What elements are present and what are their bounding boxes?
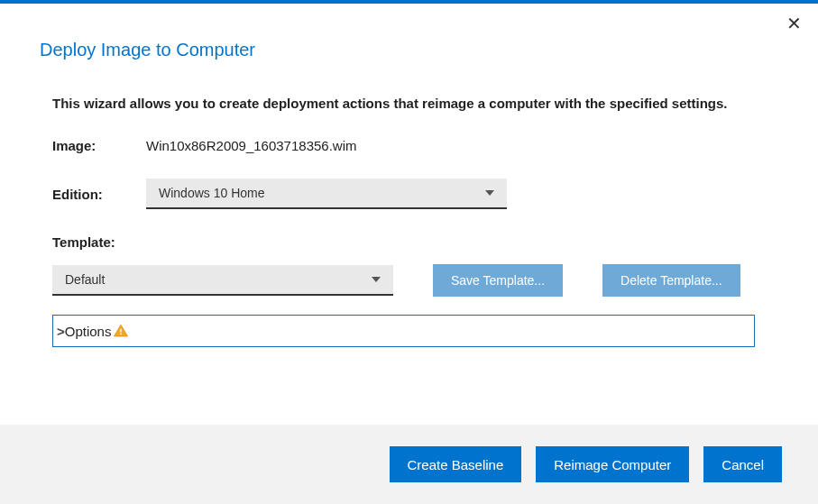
options-expander[interactable]: > Options — [52, 315, 755, 347]
dialog-title: Deploy Image to Computer — [40, 40, 767, 60]
template-row: Default Save Template... Delete Template… — [40, 264, 767, 297]
edition-label: Edition: — [52, 187, 146, 202]
svg-rect-1 — [121, 334, 123, 335]
template-select-value: Default — [65, 272, 105, 287]
warning-icon — [113, 323, 129, 339]
cancel-button[interactable]: Cancel — [703, 446, 782, 482]
delete-template-button[interactable]: Delete Template... — [602, 264, 740, 297]
edition-select[interactable]: Windows 10 Home — [146, 179, 507, 209]
image-label: Image: — [52, 138, 146, 153]
close-button[interactable]: ✕ — [786, 14, 802, 32]
chevron-down-icon — [485, 190, 494, 196]
template-select[interactable]: Default — [52, 265, 393, 296]
svg-rect-0 — [121, 329, 123, 333]
intro-text: This wizard allows you to create deploym… — [40, 95, 767, 113]
image-row: Image: Win10x86R2009_1603718356.wim — [40, 138, 767, 153]
reimage-computer-button[interactable]: Reimage Computer — [536, 446, 689, 482]
edition-select-value: Windows 10 Home — [159, 186, 265, 200]
chevron-right-icon: > — [57, 324, 65, 339]
dialog-footer: Create Baseline Reimage Computer Cancel — [0, 425, 818, 504]
template-label: Template: — [52, 234, 767, 250]
save-template-button[interactable]: Save Template... — [433, 264, 563, 297]
image-value: Win10x86R2009_1603718356.wim — [146, 138, 357, 153]
template-label-row: Template: — [40, 234, 767, 250]
close-icon: ✕ — [786, 14, 802, 33]
options-label: Options — [65, 324, 112, 339]
dialog-content: Deploy Image to Computer This wizard all… — [0, 4, 818, 347]
edition-row: Edition: Windows 10 Home — [40, 179, 767, 209]
chevron-down-icon — [372, 277, 381, 282]
create-baseline-button[interactable]: Create Baseline — [390, 446, 522, 482]
